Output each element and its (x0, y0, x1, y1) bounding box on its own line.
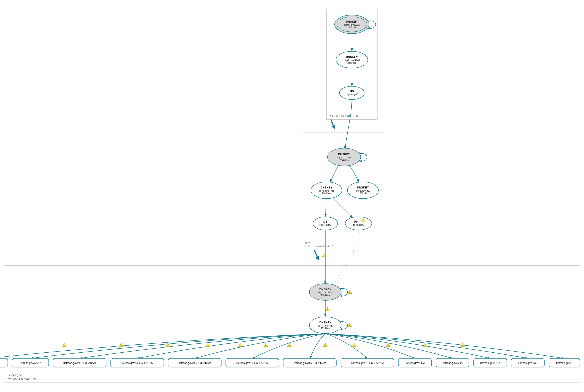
warning-icon: ! (238, 343, 242, 347)
rrset-label: ustreas.gov/SOA (443, 362, 463, 364)
svg-text:!: ! (462, 344, 463, 347)
svg-text:alg=8, id=57735: alg=8, id=57735 (318, 190, 334, 192)
svg-text:!: ! (349, 324, 350, 327)
svg-text:!: ! (354, 344, 354, 347)
rrset-label: ustreas.gov/NSEC3PARAM (178, 362, 211, 364)
svg-text:alg=7, id=34052: alg=7, id=34052 (317, 324, 333, 327)
svg-text:digest alg=1: digest alg=1 (352, 224, 365, 226)
rrset-row: ustreas.gov/NS!ustreas.gov/AAAA!ustreas.… (0, 334, 580, 367)
zone-gov: gov (2021-10-14 04:22:45 UTC) DNSKEY alg… (303, 100, 385, 250)
zone-ustreas-timestamp: (2021-10-14 04:35:06 UTC) (7, 378, 37, 380)
svg-text:digest alg=2: digest alg=2 (319, 224, 331, 226)
zone-ustreas-label: ustreas.gov (7, 374, 22, 377)
rrset-label: ustreas.gov/TXT (518, 362, 538, 364)
svg-text:2048 bits: 2048 bits (347, 62, 356, 64)
svg-text:!: ! (388, 344, 389, 347)
warning-icon: ! (423, 343, 427, 347)
svg-text:1280 bits: 1280 bits (358, 192, 368, 195)
node-gov-ksk: DNSKEY alg=8, id=7698 2048 bits (328, 148, 361, 166)
svg-text:!: ! (240, 344, 241, 347)
svg-text:!: ! (168, 344, 168, 347)
warning-icon: ! (322, 254, 326, 257)
rrset-label: ustreas.gov/NSEC3PARAM (293, 362, 326, 364)
svg-marker-82 (310, 356, 312, 358)
dnssec-diagram: . (2021-10-14 00:23:56 UTC) DNSKEY alg=8… (0, 0, 584, 392)
svg-marker-11 (351, 48, 353, 51)
node-ustreas-ksk: DNSKEY alg=7, id=3843 1024 bits (309, 284, 341, 300)
svg-marker-88 (412, 356, 415, 358)
rrset-label: ustreas.gov/SOA (480, 362, 500, 364)
warning-icon: ! (287, 343, 291, 347)
svg-marker-42 (324, 214, 327, 217)
svg-text:DNSKEY: DNSKEY (357, 186, 369, 189)
svg-text:DNSKEY: DNSKEY (338, 153, 350, 156)
svg-text:!: ! (349, 291, 350, 294)
svg-text:DNSKEY: DNSKEY (346, 20, 358, 23)
rrset-label: ustreas.gov/NSEC3PARAM (351, 362, 383, 364)
svg-text:alg=8, id=20326: alg=8, id=20326 (344, 24, 360, 26)
node-gov-zsk-a: DNSKEY alg=8, id=57735 1280 bits (311, 182, 342, 199)
svg-text:DNSKEY: DNSKEY (346, 55, 358, 58)
zone-root-timestamp: (2021-10-14 00:23:56 UTC) (329, 114, 358, 117)
svg-text:!: ! (363, 220, 363, 222)
svg-text:digest alg=2: digest alg=2 (346, 93, 358, 96)
zone-gov-label: gov (305, 241, 310, 244)
warning-icon: ! (348, 290, 352, 294)
svg-point-12 (339, 86, 364, 100)
svg-text:alg=8, id=6229: alg=8, id=6229 (356, 190, 370, 192)
warning-icon: ! (348, 323, 352, 327)
warning-icon: ! (206, 343, 210, 347)
node-root-zsk: DNSKEY alg=8, id=14748 2048 bits (336, 51, 368, 68)
rrset-box (0, 358, 8, 367)
rrset-label: ustreas.gov/NSEC3PARAM (63, 362, 96, 364)
svg-text:!: ! (121, 344, 122, 347)
svg-marker-33 (356, 179, 359, 182)
svg-text:alg=7, id=3843: alg=7, id=3843 (318, 291, 333, 294)
svg-text:alg=8, id=14748: alg=8, id=14748 (344, 59, 360, 62)
svg-point-34 (313, 217, 338, 230)
svg-point-37 (345, 217, 372, 230)
warning-icon: ! (119, 343, 123, 347)
svg-text:!: ! (289, 344, 290, 347)
svg-text:DS: DS (354, 220, 358, 223)
rrset-label: ustreas.gov/AAAA (20, 362, 41, 364)
svg-text:DS: DS (323, 220, 327, 223)
rrset-label: ustreas.gov/SOA (405, 362, 425, 364)
rrset-label: ustreas.gov/NSEC3PARAM (236, 362, 268, 364)
node-root-ksk: DNSKEY alg=8, id=20326 2048 bits (335, 15, 369, 34)
svg-text:DS: DS (350, 89, 354, 93)
warning-icon: ! (323, 343, 327, 347)
svg-text:2048 bits: 2048 bits (340, 159, 349, 162)
rrset-label: ustreas.gov/NSEC3PARAM (121, 362, 153, 364)
zone-root-label: . (329, 110, 329, 114)
warning-icon: ! (386, 343, 390, 347)
svg-text:!: ! (425, 344, 425, 347)
svg-text:DNSKEY: DNSKEY (320, 186, 333, 189)
warning-icon: ! (352, 343, 356, 347)
svg-text:2048 bits: 2048 bits (347, 26, 356, 29)
node-gov-ds-a: DS digest alg=2 (313, 217, 338, 230)
svg-text:1280 bits: 1280 bits (322, 192, 331, 195)
zone-gov-timestamp: (2021-10-14 04:22:45 UTC) (305, 245, 335, 248)
warning-icon: ! (326, 307, 329, 311)
node-ustreas-zsk: DNSKEY alg=7, id=34052 1024 bits (309, 317, 341, 334)
warning-icon: ! (264, 343, 268, 347)
svg-text:!: ! (324, 255, 325, 257)
svg-text:1024 bits: 1024 bits (321, 294, 330, 296)
zone-ustreas: ustreas.gov (2021-10-14 04:35:06 UTC) DN… (0, 230, 580, 383)
svg-text:!: ! (327, 308, 328, 311)
svg-text:!: ! (325, 344, 326, 347)
svg-text:DNSKEY: DNSKEY (319, 288, 331, 291)
svg-text:!: ! (208, 344, 208, 347)
svg-text:1024 bits: 1024 bits (321, 327, 330, 330)
svg-text:!: ! (265, 344, 266, 347)
rrset-label: ustreas.gov/A (556, 362, 572, 364)
warning-icon: ! (62, 343, 66, 347)
svg-text:alg=8, id=7698: alg=8, id=7698 (337, 156, 352, 159)
svg-text:DNSKEY: DNSKEY (319, 321, 331, 324)
svg-marker-56 (324, 314, 327, 317)
node-root-ds: DS digest alg=2 (339, 86, 364, 100)
node-gov-zsk-b: DNSKEY alg=8, id=6229 1280 bits (347, 182, 378, 199)
node-gov-ds-b: DS digest alg=1 (345, 217, 372, 230)
svg-marker-15 (351, 83, 353, 86)
